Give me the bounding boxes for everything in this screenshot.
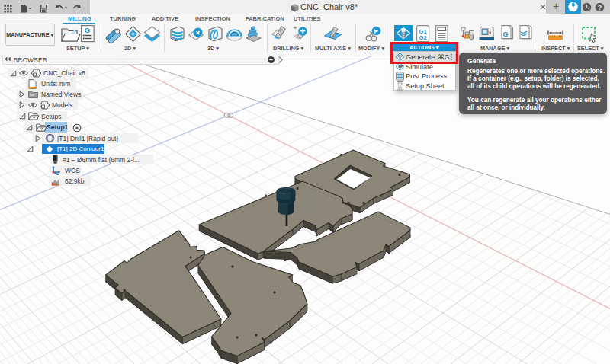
svg-text:G: G — [502, 30, 508, 38]
svg-text:G2: G2 — [419, 34, 427, 41]
svg-text:?: ? — [598, 4, 602, 11]
svg-text:G: G — [85, 26, 90, 34]
